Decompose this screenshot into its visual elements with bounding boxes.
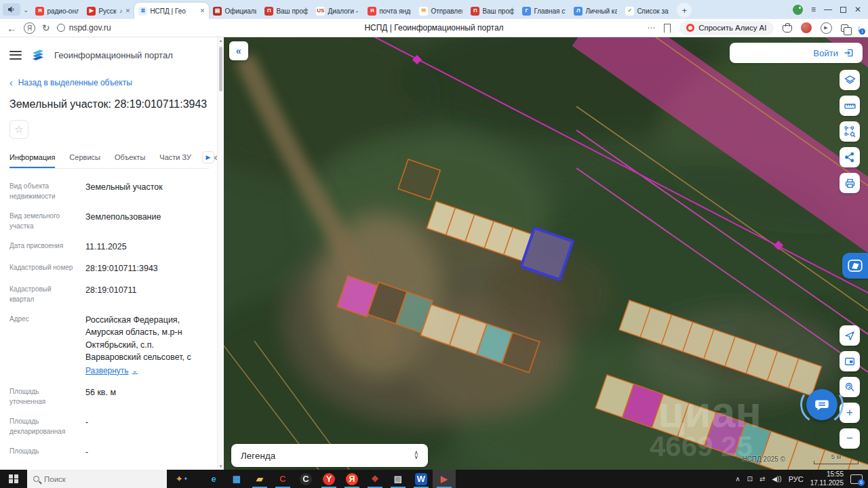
panel-scrollbar[interactable]: ▲ ▼: [217, 37, 224, 470]
profile-avatar[interactable]: [801, 22, 812, 33]
taskbar-search[interactable]: [27, 470, 167, 488]
taskbar-app[interactable]: C: [271, 470, 294, 488]
dino-icon[interactable]: [793, 5, 803, 15]
browser-tab[interactable]: US Диалоги - Sy: [312, 3, 363, 19]
print-icon: [844, 177, 856, 190]
panel-tab[interactable]: Части ЗУ: [159, 148, 191, 168]
tray-app-icon[interactable]: ⊡: [747, 475, 753, 483]
back-to-objects-link[interactable]: ‹ Назад в выделенные объекты: [9, 78, 209, 87]
attribute-value: 28:19:010711:3943: [85, 262, 209, 274]
clock[interactable]: 15:55 17.11.2025: [810, 470, 844, 487]
panel-tab[interactable]: Объекты: [115, 148, 145, 168]
panel-tab[interactable]: Сервисы: [69, 148, 100, 168]
tray-expand-icon[interactable]: ∧: [735, 475, 740, 483]
expand-link[interactable]: Развернуть⌄: [85, 365, 209, 377]
bookmark-icon[interactable]: [664, 24, 671, 33]
tabs-panel-icon[interactable]: [841, 24, 848, 32]
browser-tab[interactable]: Я радио-онлай: [31, 3, 83, 19]
tab-close-icon[interactable]: ✕: [200, 7, 205, 14]
favorite-button[interactable]: ☆: [9, 120, 28, 139]
mute-button[interactable]: [3, 3, 20, 16]
minimize-icon[interactable]: —: [824, 5, 832, 14]
more-icon[interactable]: ⋯: [647, 23, 655, 33]
taskbar-apps: e ▦ ▰ C C Y: [202, 470, 456, 488]
play-icon[interactable]: ▶: [821, 22, 832, 34]
download-icon[interactable]: ↓1: [857, 23, 862, 33]
chat-button[interactable]: [806, 389, 837, 420]
taskbar-app[interactable]: e: [202, 470, 225, 488]
browser-tab[interactable]: Г Главная стра: [518, 3, 570, 19]
volume-icon[interactable]: ◀)): [772, 475, 781, 483]
collections-icon[interactable]: [783, 25, 792, 33]
network-icon[interactable]: ⇄: [760, 475, 765, 483]
tabs-scroll-right-button[interactable]: ▶: [202, 151, 214, 163]
restore-icon[interactable]: [840, 7, 846, 13]
tab-audio-icon[interactable]: ♪: [119, 7, 123, 14]
select-area-button[interactable]: [840, 121, 860, 142]
yandex-profile-icon[interactable]: Я: [24, 22, 35, 34]
chevron-down-icon[interactable]: ⌄: [23, 6, 28, 14]
alice-button[interactable]: Спросить Алису AI: [679, 21, 773, 35]
browser-tab[interactable]: П Ваш профил: [260, 3, 312, 19]
taskbar-app[interactable]: Y: [317, 470, 340, 488]
browser-menu-icon[interactable]: ≡: [811, 5, 816, 14]
locate-button[interactable]: [840, 325, 860, 346]
browser-tab[interactable]: ≣ НСПД | Гео ✕: [134, 3, 209, 19]
scrollbar-thumb[interactable]: [219, 47, 222, 92]
share-icon: [844, 151, 856, 163]
tab-favicon-icon: Я: [35, 7, 44, 16]
back-icon[interactable]: ←: [7, 22, 17, 34]
share-button[interactable]: [840, 147, 860, 167]
taskbar-app[interactable]: C: [294, 470, 317, 488]
taskbar-app[interactable]: ▦: [225, 470, 248, 488]
layers-button[interactable]: [840, 70, 860, 90]
new-tab-button[interactable]: +: [677, 3, 692, 18]
print-button[interactable]: [840, 173, 860, 193]
browser-tab[interactable]: ✉ Отправленн: [415, 3, 467, 19]
reload-icon[interactable]: ↻: [42, 22, 50, 33]
taskbar-app[interactable]: ▶: [433, 470, 456, 488]
url-field[interactable]: nspd.gov.ru: [57, 23, 111, 33]
taskbar-app[interactable]: ▰: [248, 470, 271, 488]
basemap-button[interactable]: [842, 253, 868, 279]
taskbar-app[interactable]: ❖: [363, 470, 387, 488]
notifications-icon[interactable]: 6: [850, 474, 863, 484]
tab-close-icon[interactable]: ✕: [125, 7, 131, 14]
browser-tab[interactable]: Я почта яндек: [363, 3, 415, 19]
taskbar-app[interactable]: ▨: [387, 470, 410, 488]
site-info-icon[interactable]: [57, 24, 65, 32]
scroll-down-icon[interactable]: ▼: [218, 464, 224, 468]
browser-tab[interactable]: ▶ Русское ♪ ✕: [83, 3, 134, 19]
copilot-icon[interactable]: ✦✦: [167, 474, 197, 484]
satellite-map: циан 4669 25: [224, 37, 868, 470]
browser-tab[interactable]: Л Личный каби: [570, 3, 621, 19]
taskbar-app[interactable]: Я: [340, 470, 363, 488]
browser-tab[interactable]: П Ваш профил: [467, 3, 518, 19]
login-bar[interactable]: Войти: [730, 43, 863, 63]
speaker-icon: [7, 5, 16, 14]
browser-tab[interactable]: ▤ Официальны: [209, 3, 260, 19]
taskbar-app[interactable]: W: [410, 470, 433, 488]
map-viewport[interactable]: циан 4669 25 « Войти + −: [224, 37, 868, 470]
scroll-up-icon[interactable]: ▲: [218, 39, 224, 43]
collapse-panel-button[interactable]: «: [229, 41, 248, 60]
start-button[interactable]: [0, 470, 27, 488]
search-area-button[interactable]: [840, 377, 860, 397]
browser-tab[interactable]: ✓ Список заяв: [621, 3, 673, 19]
collapse-icon: «: [236, 45, 241, 56]
language-indicator[interactable]: РУС: [789, 475, 804, 483]
close-icon[interactable]: ✕: [854, 5, 861, 14]
measure-button[interactable]: [840, 96, 860, 116]
attribute-row: Адрес Российская Федерация, Амурская обл…: [9, 314, 209, 377]
panel-tab[interactable]: Информация: [9, 148, 55, 168]
legend-toggle-icon[interactable]: ∧∨: [414, 451, 418, 459]
hamburger-icon[interactable]: [9, 51, 22, 60]
attribute-label: Дата присвоения: [9, 241, 76, 253]
screen: ⌄ Я радио-онлай ▶ Русское ♪ ✕: [0, 0, 868, 488]
system-tray: ∧ ⊡ ⇄ ◀)) РУС 15:55 17.11.2025 6: [735, 470, 868, 487]
search-input[interactable]: [44, 475, 146, 483]
attribute-value: Земельный участок: [85, 181, 209, 201]
zoom-out-button[interactable]: −: [840, 428, 860, 449]
minimap-button[interactable]: [840, 351, 860, 371]
legend-bar[interactable]: Легенда ∧∨: [231, 444, 428, 467]
